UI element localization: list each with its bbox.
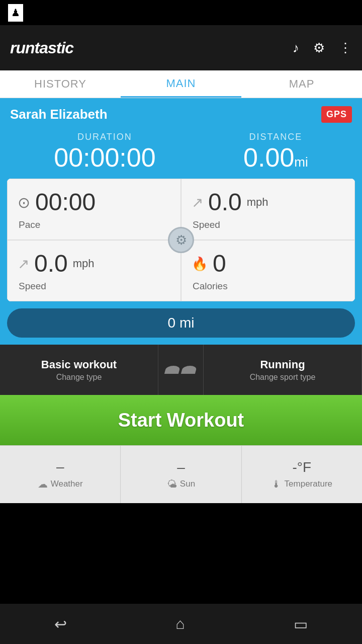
temperature-icon: 🌡 [272, 478, 282, 490]
sun-label-row: 🌤 Sun [167, 478, 195, 490]
calories-cell[interactable]: 🔥 0 Calories [181, 240, 355, 301]
speed-bottom-label: Speed [19, 281, 46, 292]
pace-label: Pace [19, 219, 40, 230]
main-content: Sarah Elizabeth GPS DURATION 00:00:00 DI… [0, 98, 362, 345]
speed-top-icon: ↗ [192, 194, 203, 211]
sport-type-change: Change sport type [250, 373, 316, 382]
pace-icon: ⊙ [18, 194, 30, 211]
sport-type-selector[interactable]: Running Change sport type [204, 345, 362, 395]
swoosh-1 [164, 366, 180, 374]
app-header: runtastic ♪ ⚙ ⋮ [0, 25, 362, 70]
stats-section: DURATION 00:00:00 DISTANCE 0.00mi [0, 128, 362, 179]
calories-value: 0 [213, 252, 226, 276]
speed-bottom-cell[interactable]: ↗ 0.0 mph Speed [7, 240, 181, 301]
distance-bar[interactable]: 0 mi [7, 308, 355, 338]
user-header: Sarah Elizabeth GPS [0, 98, 362, 128]
speed-bottom-value: 0.0 [34, 252, 68, 276]
status-bar: ♟ [0, 0, 362, 25]
center-gear-icon[interactable]: ⚙ [168, 227, 194, 253]
sun-value: – [177, 459, 185, 475]
back-button[interactable] [54, 615, 67, 633]
temperature-value: -°F [293, 459, 312, 475]
sun-icon: 🌤 [167, 478, 177, 490]
weather-label: Weather [51, 479, 83, 489]
weather-item-weather[interactable]: – ☁ Weather [0, 446, 121, 503]
swoosh-icon [165, 366, 196, 374]
workout-center-logo [158, 345, 204, 395]
weather-cloud-icon: ☁ [38, 478, 48, 490]
speed-top-row: ↗ 0.0 mph [192, 190, 268, 214]
metrics-grid: ⊙ 00:00 Pace ↗ 0.0 mph Speed ⚙ ↗ 0.0 [7, 179, 355, 301]
duration-block: DURATION 00:00:00 [54, 132, 155, 171]
app-logo: runtastic [10, 39, 73, 57]
start-workout-label: Start Workout [118, 410, 244, 431]
sport-type-name: Running [260, 358, 305, 371]
workout-type-name: Basic workout [41, 358, 117, 371]
weather-item-sun[interactable]: – 🌤 Sun [121, 446, 241, 503]
weather-item-temperature[interactable]: -°F 🌡 Temperature [242, 446, 362, 503]
pace-cell[interactable]: ⊙ 00:00 Pace [7, 179, 181, 240]
weather-label-row: ☁ Weather [38, 478, 83, 490]
speed-bottom-row: ↗ 0.0 mph [18, 252, 95, 276]
more-icon[interactable]: ⋮ [339, 40, 352, 56]
workout-type-selector[interactable]: Basic workout Change type [0, 345, 158, 395]
calories-label: Calories [193, 281, 228, 292]
nav-tabs: HISTORY MAIN MAP [0, 70, 362, 98]
distance-block: DISTANCE 0.00mi [243, 132, 308, 171]
swoosh-2 [181, 366, 197, 374]
bottom-nav [0, 604, 362, 644]
tab-history[interactable]: HISTORY [0, 70, 121, 98]
workout-type-change: Change type [56, 373, 102, 382]
calories-icon: 🔥 [192, 256, 208, 272]
settings-icon[interactable]: ⚙ [313, 40, 325, 56]
user-name: Sarah Elizabeth [10, 107, 108, 122]
distance-value: 0.00mi [243, 144, 308, 171]
distance-bar-text: 0 mi [168, 315, 195, 331]
speed-top-cell[interactable]: ↗ 0.0 mph Speed [181, 179, 355, 240]
header-icons: ♪ ⚙ ⋮ [293, 40, 352, 56]
duration-value: 00:00:00 [54, 144, 155, 171]
music-icon[interactable]: ♪ [293, 40, 299, 56]
speed-top-unit: mph [247, 196, 268, 209]
sun-label: Sun [180, 479, 195, 489]
pace-top: ⊙ 00:00 [18, 190, 96, 214]
speed-bottom-unit: mph [73, 257, 95, 270]
speed-top-label: Speed [193, 219, 220, 230]
weather-section: – ☁ Weather – 🌤 Sun -°F 🌡 Temperature [0, 445, 362, 503]
speed-bottom-icon: ↗ [18, 256, 29, 272]
distance-label: DISTANCE [243, 132, 308, 142]
temperature-label-row: 🌡 Temperature [272, 478, 332, 490]
calories-top-row: 🔥 0 [192, 252, 226, 276]
pace-value: 00:00 [35, 190, 96, 214]
workout-section: Basic workout Change type Running Change… [0, 345, 362, 395]
home-button[interactable] [175, 615, 185, 632]
weather-value: – [56, 459, 64, 475]
status-bar-icon: ♟ [8, 4, 23, 22]
temperature-label: Temperature [285, 479, 332, 489]
speed-top-value: 0.0 [208, 190, 242, 214]
tab-map[interactable]: MAP [241, 70, 362, 98]
start-workout-button[interactable]: Start Workout [0, 395, 362, 445]
gps-badge: GPS [321, 106, 352, 123]
spacer [0, 338, 362, 345]
tab-main[interactable]: MAIN [121, 70, 241, 98]
duration-label: DURATION [54, 132, 155, 142]
recent-button[interactable] [294, 615, 308, 633]
